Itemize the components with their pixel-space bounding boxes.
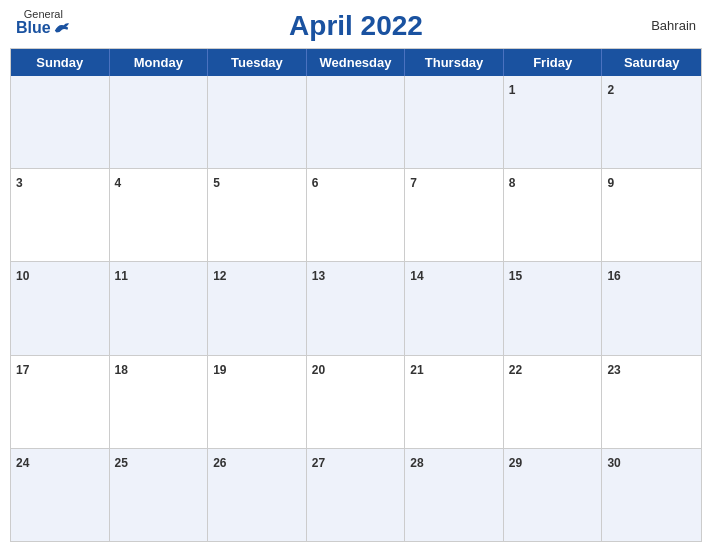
header-monday: Monday xyxy=(110,49,209,76)
day-number: 19 xyxy=(213,363,226,377)
day-cell-empty xyxy=(208,76,307,168)
day-cell-empty xyxy=(11,76,110,168)
day-number: 7 xyxy=(410,176,417,190)
header-wednesday: Wednesday xyxy=(307,49,406,76)
day-cell-1: 1 xyxy=(504,76,603,168)
day-cell-17: 17 xyxy=(11,356,110,448)
day-cell-empty xyxy=(405,76,504,168)
day-number: 8 xyxy=(509,176,516,190)
day-number: 10 xyxy=(16,269,29,283)
day-cell-2: 2 xyxy=(602,76,701,168)
header-friday: Friday xyxy=(504,49,603,76)
day-cell-14: 14 xyxy=(405,262,504,354)
day-cell-30: 30 xyxy=(602,449,701,541)
day-number: 5 xyxy=(213,176,220,190)
day-number: 3 xyxy=(16,176,23,190)
day-cell-22: 22 xyxy=(504,356,603,448)
day-cell-empty xyxy=(110,76,209,168)
day-cell-25: 25 xyxy=(110,449,209,541)
logo-bird-icon xyxy=(53,21,71,35)
day-cell-11: 11 xyxy=(110,262,209,354)
day-cell-13: 13 xyxy=(307,262,406,354)
calendar-grid-container: Sunday Monday Tuesday Wednesday Thursday… xyxy=(10,48,702,542)
day-cell-6: 6 xyxy=(307,169,406,261)
day-cell-20: 20 xyxy=(307,356,406,448)
day-number: 20 xyxy=(312,363,325,377)
day-headers-row: Sunday Monday Tuesday Wednesday Thursday… xyxy=(11,49,701,76)
day-cell-18: 18 xyxy=(110,356,209,448)
day-cell-8: 8 xyxy=(504,169,603,261)
day-number: 6 xyxy=(312,176,319,190)
day-number: 27 xyxy=(312,456,325,470)
day-cell-15: 15 xyxy=(504,262,603,354)
day-cell-23: 23 xyxy=(602,356,701,448)
day-cell-27: 27 xyxy=(307,449,406,541)
day-cell-12: 12 xyxy=(208,262,307,354)
header-tuesday: Tuesday xyxy=(208,49,307,76)
day-number: 21 xyxy=(410,363,423,377)
week-row-5: 24252627282930 xyxy=(11,449,701,541)
day-number: 2 xyxy=(607,83,614,97)
logo: General Blue xyxy=(16,8,71,36)
logo-blue-text: Blue xyxy=(16,20,71,36)
day-number: 16 xyxy=(607,269,620,283)
header-sunday: Sunday xyxy=(11,49,110,76)
week-row-2: 3456789 xyxy=(11,169,701,262)
day-cell-21: 21 xyxy=(405,356,504,448)
day-cell-19: 19 xyxy=(208,356,307,448)
day-cell-10: 10 xyxy=(11,262,110,354)
day-number: 18 xyxy=(115,363,128,377)
calendar-weeks: 1234567891011121314151617181920212223242… xyxy=(11,76,701,541)
header-thursday: Thursday xyxy=(405,49,504,76)
day-cell-7: 7 xyxy=(405,169,504,261)
day-number: 11 xyxy=(115,269,128,283)
day-cell-24: 24 xyxy=(11,449,110,541)
day-number: 13 xyxy=(312,269,325,283)
day-cell-29: 29 xyxy=(504,449,603,541)
day-cell-3: 3 xyxy=(11,169,110,261)
day-number: 1 xyxy=(509,83,516,97)
day-number: 4 xyxy=(115,176,122,190)
day-number: 17 xyxy=(16,363,29,377)
calendar-header: General Blue April 2022 Bahrain xyxy=(0,0,712,48)
day-cell-28: 28 xyxy=(405,449,504,541)
day-cell-26: 26 xyxy=(208,449,307,541)
day-cell-5: 5 xyxy=(208,169,307,261)
week-row-4: 17181920212223 xyxy=(11,356,701,449)
day-number: 26 xyxy=(213,456,226,470)
day-number: 29 xyxy=(509,456,522,470)
header-saturday: Saturday xyxy=(602,49,701,76)
day-number: 12 xyxy=(213,269,226,283)
day-number: 24 xyxy=(16,456,29,470)
day-cell-9: 9 xyxy=(602,169,701,261)
day-number: 22 xyxy=(509,363,522,377)
day-number: 15 xyxy=(509,269,522,283)
day-number: 25 xyxy=(115,456,128,470)
day-number: 30 xyxy=(607,456,620,470)
calendar-title: April 2022 xyxy=(289,10,423,42)
day-number: 23 xyxy=(607,363,620,377)
week-row-1: 12 xyxy=(11,76,701,169)
day-cell-16: 16 xyxy=(602,262,701,354)
day-number: 9 xyxy=(607,176,614,190)
country-label: Bahrain xyxy=(651,18,696,33)
day-cell-empty xyxy=(307,76,406,168)
day-number: 14 xyxy=(410,269,423,283)
day-cell-4: 4 xyxy=(110,169,209,261)
day-number: 28 xyxy=(410,456,423,470)
week-row-3: 10111213141516 xyxy=(11,262,701,355)
